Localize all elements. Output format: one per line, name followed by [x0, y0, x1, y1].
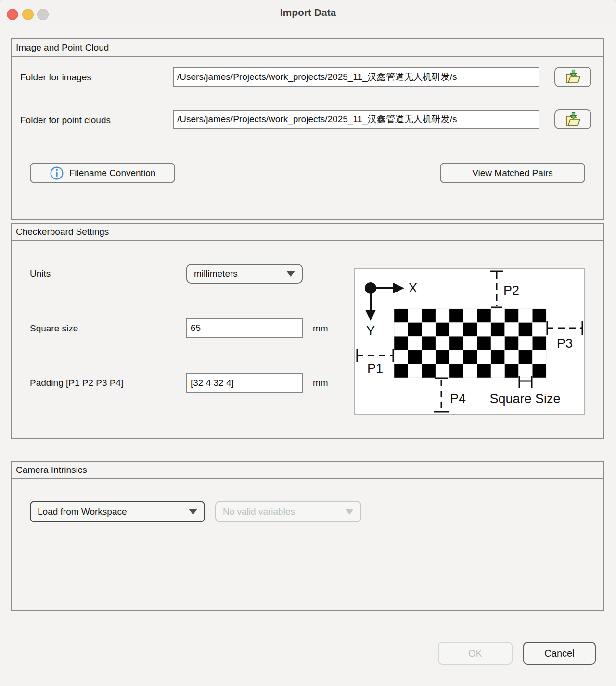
y-axis-label: Y: [366, 324, 375, 338]
padding-unit: mm: [313, 378, 328, 388]
import-data-dialog: Import Data Image and Point Cloud Folder…: [0, 0, 616, 686]
p1-label: P1: [367, 361, 383, 376]
folder-images-input[interactable]: [173, 67, 539, 87]
folder-point-clouds-input[interactable]: [173, 110, 539, 129]
folder-point-clouds-label: Folder for point clouds: [20, 115, 111, 126]
square-size-label: Square size: [30, 323, 78, 334]
p4-label: P4: [450, 392, 466, 406]
chevron-down-icon: [189, 509, 197, 515]
intrinsics-variables-value: No valid variables: [223, 507, 341, 517]
checkerboard-cells: [394, 309, 546, 378]
units-dropdown[interactable]: millimeters: [186, 264, 303, 284]
image-point-cloud-group: Image and Point Cloud: [11, 38, 604, 220]
camera-intrinsics-header: Camera Intrinsics: [12, 462, 603, 479]
folder-images-label: Folder for images: [20, 72, 91, 83]
square-size-caption: Square Size: [489, 392, 560, 406]
image-point-cloud-header: Image and Point Cloud: [12, 39, 603, 57]
square-size-unit: mm: [313, 323, 328, 334]
padding-input[interactable]: [186, 373, 303, 393]
title-bar: Import Data: [0, 0, 616, 25]
view-matched-pairs-button[interactable]: View Matched Pairs: [440, 163, 585, 183]
filename-convention-button[interactable]: Filename Convention: [30, 163, 175, 183]
intrinsics-source-dropdown[interactable]: Load from Workspace: [30, 501, 205, 522]
intrinsics-variables-dropdown: No valid variables: [215, 501, 361, 522]
filename-convention-label: Filename Convention: [69, 168, 156, 178]
y-axis-arrow-icon: [365, 310, 376, 321]
browse-images-button[interactable]: [554, 67, 591, 87]
camera-intrinsics-group: Camera Intrinsics: [11, 461, 604, 611]
x-axis-arrow-icon: [393, 283, 404, 293]
p2-label: P2: [503, 283, 519, 298]
ok-label: OK: [468, 648, 482, 659]
chevron-down-icon: [286, 271, 295, 277]
browse-point-clouds-button[interactable]: [554, 109, 591, 129]
window-title: Import Data: [0, 0, 616, 25]
intrinsics-source-value: Load from Workspace: [38, 507, 185, 517]
checkerboard-diagram: X Y P2 P3 P1 P4: [354, 268, 585, 415]
p3-label: P3: [557, 336, 573, 351]
checkerboard-diagram-svg: X Y P2 P3 P1 P4: [355, 269, 584, 414]
open-folder-icon: [565, 69, 582, 85]
cancel-label: Cancel: [544, 648, 574, 659]
view-matched-pairs-label: View Matched Pairs: [472, 168, 553, 178]
units-value: millimeters: [194, 268, 282, 279]
padding-label: Padding [P1 P2 P3 P4]: [30, 378, 123, 388]
chevron-down-icon: [345, 509, 354, 515]
cancel-button[interactable]: Cancel: [523, 642, 596, 665]
ok-button: OK: [438, 642, 513, 665]
checkerboard-settings-header: Checkerboard Settings: [12, 224, 603, 241]
open-folder-icon: [565, 112, 582, 127]
units-label: Units: [30, 268, 51, 279]
info-icon: [50, 166, 64, 180]
square-size-input[interactable]: [186, 318, 303, 338]
x-axis-label: X: [409, 281, 417, 295]
